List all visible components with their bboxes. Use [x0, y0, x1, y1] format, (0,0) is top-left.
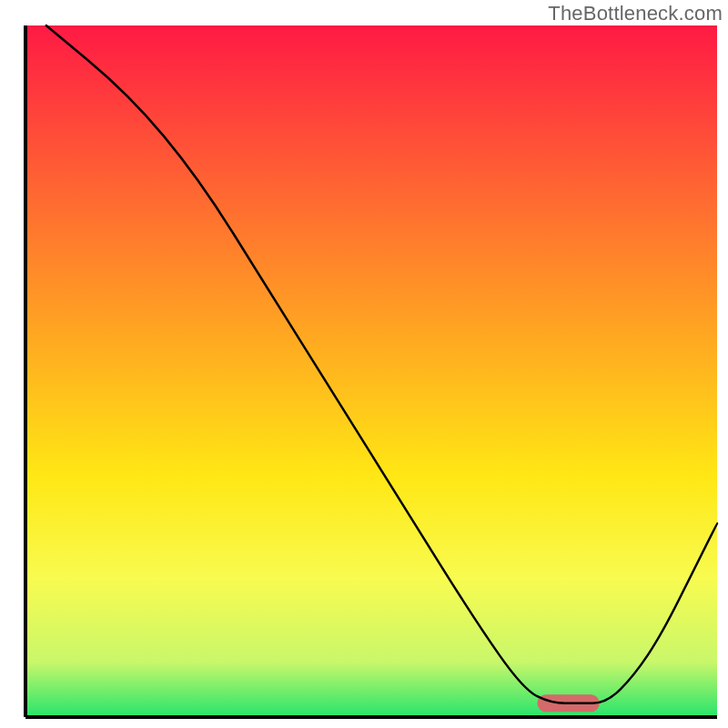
watermark-text: TheBottleneck.com [548, 2, 723, 25]
chart-background [25, 25, 717, 717]
svg-rect-0 [25, 25, 717, 717]
chart-frame: TheBottleneck.com [0, 0, 728, 728]
chart-svg [0, 0, 728, 728]
